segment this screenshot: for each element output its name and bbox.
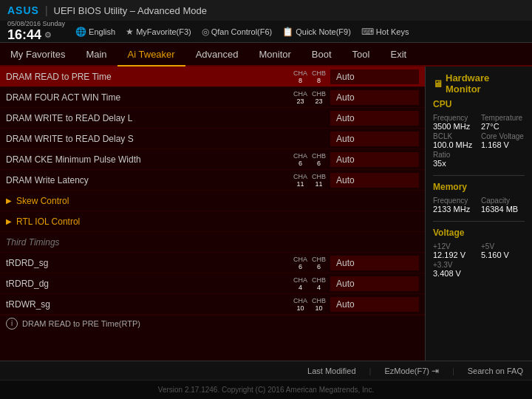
channel-a: CHA 10 — [293, 297, 307, 312]
mem-capacity: Capacity 16384 MB — [481, 197, 525, 214]
row-value[interactable]: Auto — [330, 132, 419, 146]
row-label: RTL IOL Control — [16, 216, 419, 227]
row-label: DRAM READ to PRE Time — [6, 72, 293, 82]
channel-b: CHB 10 — [312, 297, 326, 312]
search-faq-btn[interactable]: Search on FAQ — [468, 366, 523, 375]
channel-b: CHB 11 — [312, 173, 326, 188]
section-title: Third Timings — [6, 237, 419, 248]
channel-a: CHA 6 — [293, 256, 307, 270]
memory-section-title: Memory — [433, 182, 525, 192]
row-label: tRDWR_sg — [6, 299, 293, 310]
row-label: DRAM CKE Minimum Pulse Width — [6, 154, 293, 165]
table-row[interactable]: DRAM WRITE to READ Delay L Auto — [0, 108, 425, 129]
section-header: Third Timings — [0, 232, 425, 253]
channel-a: CHA 4 — [293, 276, 307, 291]
language-label: English — [89, 27, 115, 36]
divider2: | — [452, 366, 454, 375]
memory-grid: Frequency 2133 MHz Capacity 16384 MB — [433, 197, 525, 214]
row-label: tRDRD_dg — [6, 279, 293, 289]
nav-ai-tweaker[interactable]: Ai Tweaker — [117, 43, 185, 66]
hardware-monitor-panel: 🖥 Hardware Monitor CPU Frequency 3500 MH… — [425, 66, 532, 361]
nav-exit[interactable]: Exit — [380, 42, 417, 66]
hw-monitor-title: 🖥 Hardware Monitor — [433, 72, 525, 95]
last-modified-btn[interactable]: Last Modified — [307, 366, 355, 375]
quicknote-label: Quick Note(F9) — [296, 27, 351, 36]
table-row[interactable]: tRDRD_sg CHA 6 CHB 6 Auto — [0, 253, 425, 273]
quicknote-item[interactable]: 📋 Quick Note(F9) — [282, 27, 351, 37]
row-value[interactable]: Auto — [330, 256, 419, 270]
asus-logo: ASUS — [7, 4, 39, 16]
cpu-core-voltage: Core Voltage 1.168 V — [481, 132, 525, 149]
expand-arrow-icon: ▶ — [6, 197, 12, 205]
table-row[interactable]: DRAM WRITE to READ Delay S Auto — [0, 129, 425, 149]
row-label: DRAM Write Latency — [6, 175, 293, 185]
left-panel: DRAM READ to PRE Time CHA 8 CHB 8 Auto D… — [0, 66, 425, 361]
mem-freq: Frequency 2133 MHz — [433, 197, 477, 214]
row-label: DRAM WRITE to READ Delay L — [6, 113, 330, 123]
row-value[interactable]: Auto — [330, 69, 419, 84]
table-row[interactable]: DRAM READ to PRE Time CHA 8 CHB 8 Auto — [0, 66, 425, 87]
title-text: UEFI BIOS Utility – Advanced Mode — [54, 5, 207, 16]
row-label: DRAM FOUR ACT WIN Time — [6, 92, 293, 103]
nav-main[interactable]: Main — [75, 42, 117, 66]
cpu-section-title: CPU — [433, 99, 525, 109]
nav-tool[interactable]: Tool — [342, 42, 381, 66]
hotkeys-label: Hot Keys — [376, 27, 409, 36]
cpu-bclk: BCLK 100.0 MHz — [433, 132, 477, 149]
note-icon: 📋 — [282, 27, 293, 37]
channel-a: CHA 6 — [293, 152, 307, 167]
table-row[interactable]: ▶ RTL IOL Control — [0, 211, 425, 232]
nav-boot[interactable]: Boot — [301, 42, 342, 66]
table-row[interactable]: tRDRD_dg CHA 4 CHB 4 Auto — [0, 273, 425, 294]
row-value[interactable]: Auto — [330, 173, 419, 188]
language-item[interactable]: 🌐 English — [75, 27, 115, 37]
hw-separator-2 — [433, 221, 525, 222]
row-channels: CHA 23 CHB 23 — [293, 90, 326, 105]
fan-icon: ◎ — [202, 27, 209, 37]
table-row[interactable]: ▶ Skew Control — [0, 191, 425, 211]
bottom-bar: Last Modified | EzMode(F7) ⇥ | Search on… — [0, 361, 532, 380]
channel-b: CHB 6 — [312, 256, 326, 270]
row-channels: CHA 6 CHB 6 — [293, 152, 326, 167]
ezmode-arrow-icon: ⇥ — [432, 366, 439, 376]
nav-my-favorites[interactable]: My Favorites — [0, 42, 75, 66]
divider: | — [369, 366, 372, 375]
qfan-label: Qfan Control(F6) — [211, 27, 273, 36]
v12: +12V 12.192 V — [433, 242, 477, 259]
myfavorite-label: MyFavorite(F3) — [136, 27, 191, 36]
row-value[interactable]: Auto — [330, 276, 419, 291]
cpu-freq-label: Frequency 3500 MHz — [433, 114, 477, 131]
expand-arrow-icon: ▶ — [6, 217, 12, 225]
channel-b: CHB 6 — [312, 152, 326, 167]
nav-bar: My Favorites Main Ai Tweaker Advanced Mo… — [0, 43, 532, 66]
nav-advanced[interactable]: Advanced — [185, 42, 249, 66]
row-value[interactable]: Auto — [330, 152, 419, 167]
row-channels: CHA 8 CHB 8 — [293, 69, 326, 84]
hw-separator — [433, 175, 525, 176]
row-value[interactable]: Auto — [330, 111, 419, 126]
row-value[interactable]: Auto — [330, 297, 419, 312]
nav-monitor[interactable]: Monitor — [249, 42, 301, 66]
channel-b: CHB 23 — [312, 90, 326, 105]
title-bar: ASUS | UEFI BIOS Utility – Advanced Mode — [0, 0, 532, 21]
row-channels: CHA 11 CHB 11 — [293, 173, 326, 188]
ezmode-btn[interactable]: EzMode(F7) ⇥ — [384, 366, 439, 376]
cpu-temp: Temperature 27°C — [481, 114, 525, 131]
hotkeys-item[interactable]: ⌨ Hot Keys — [361, 27, 409, 37]
qfan-item[interactable]: ◎ Qfan Control(F6) — [202, 27, 273, 37]
main-layout: DRAM READ to PRE Time CHA 8 CHB 8 Auto D… — [0, 66, 532, 361]
table-row[interactable]: DRAM Write Latency CHA 11 CHB 11 Auto — [0, 170, 425, 191]
row-label: Skew Control — [16, 196, 419, 206]
table-row[interactable]: DRAM CKE Minimum Pulse Width CHA 6 CHB 6… — [0, 149, 425, 170]
info-bar: i DRAM READ to PRE Time(RTP) — [0, 315, 425, 331]
myfavorite-item[interactable]: ★ MyFavorite(F3) — [126, 27, 191, 37]
row-channels: CHA 4 CHB 4 — [293, 276, 326, 291]
channel-b: CHB 8 — [312, 69, 326, 84]
settings-icon[interactable]: ⚙ — [44, 30, 52, 40]
table-row[interactable]: tRDWR_sg CHA 10 CHB 10 Auto — [0, 294, 425, 315]
title-separator: | — [45, 4, 48, 16]
row-value[interactable]: Auto — [330, 90, 419, 105]
v33: +3.3V 3.408 V — [433, 261, 477, 278]
table-row[interactable]: DRAM FOUR ACT WIN Time CHA 23 CHB 23 Aut… — [0, 87, 425, 108]
date-display: 05/08/2016 Sunday — [7, 20, 65, 27]
